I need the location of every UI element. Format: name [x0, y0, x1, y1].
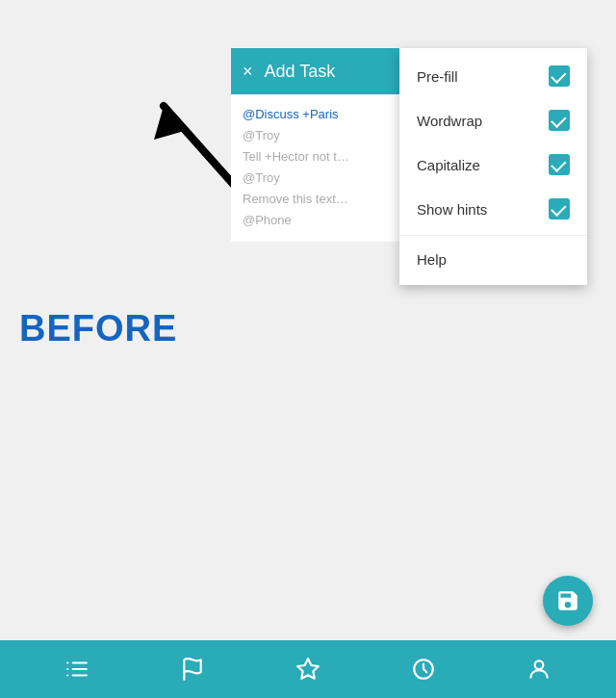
checkbox-capitalize[interactable]	[549, 154, 570, 175]
list-item: Tell +Hector not t…	[243, 146, 393, 168]
save-icon	[555, 588, 580, 613]
menu-item-label: Capitalize	[417, 157, 480, 173]
flag-icon[interactable]	[173, 650, 212, 688]
dropdown-menu: Pre-fill Wordwrap Capitalize Show hints …	[399, 48, 587, 285]
menu-item-label: Wordwrap	[417, 113, 482, 129]
checkbox-prefill[interactable]	[549, 65, 570, 87]
bottom-toolbar	[0, 640, 616, 698]
checkbox-show-hints[interactable]	[549, 198, 570, 220]
svg-point-11	[535, 660, 544, 669]
menu-item-capitalize[interactable]: Capitalize	[399, 142, 587, 187]
star-icon[interactable]	[289, 650, 327, 688]
list-item: Remove this text…	[243, 189, 393, 210]
task-list-preview: @Discuss +Paris @Troy Tell +Hector not t…	[231, 94, 404, 242]
fab-save-button[interactable]	[543, 576, 593, 626]
dialog-header: × Add Task	[231, 48, 404, 94]
list-item: @Discuss +Paris	[243, 104, 393, 125]
dialog-title: Add Task	[265, 62, 336, 82]
menu-item-wordwrap[interactable]: Wordwrap	[399, 98, 587, 142]
menu-item-show-hints[interactable]: Show hints	[399, 187, 587, 231]
menu-item-help[interactable]: Help	[399, 240, 587, 279]
list-item: @Phone	[243, 210, 393, 231]
menu-item-label: Pre-fill	[417, 68, 458, 85]
before-label: BEFORE	[19, 308, 177, 349]
menu-divider	[399, 235, 587, 236]
menu-item-label: Show hints	[417, 201, 487, 218]
clock-icon[interactable]	[404, 650, 443, 688]
checkbox-wordwrap[interactable]	[549, 110, 570, 131]
list-item: @Troy	[243, 168, 393, 189]
person-icon[interactable]	[520, 650, 558, 688]
list-item: @Troy	[243, 125, 393, 146]
svg-marker-9	[297, 659, 319, 679]
menu-item-label: Help	[417, 251, 447, 268]
menu-item-prefill[interactable]: Pre-fill	[399, 54, 587, 98]
list-icon[interactable]	[58, 650, 96, 688]
close-button[interactable]: ×	[243, 63, 253, 80]
